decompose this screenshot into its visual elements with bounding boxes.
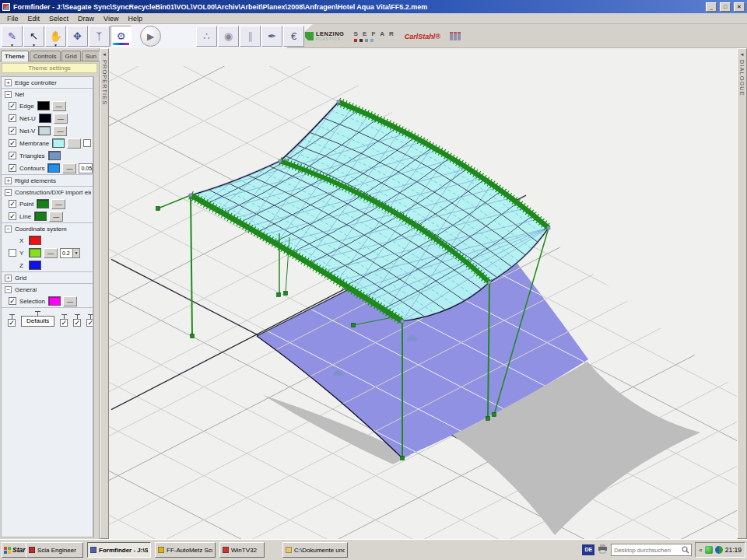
chevron-down-icon[interactable]: ▼: [72, 249, 79, 257]
tab-grid[interactable]: Grid: [61, 51, 81, 61]
defaults-checkbox-4[interactable]: ✓: [86, 319, 93, 327]
pen-annotate-tool[interactable]: ✒: [261, 26, 282, 47]
menu-item-select[interactable]: Select: [44, 14, 73, 23]
start-button[interactable]: Start: [2, 542, 28, 558]
properties-strip-label: PROPERTIES: [101, 60, 108, 105]
dropdown-arrow-icon[interactable]: ▼: [54, 43, 58, 47]
section-toggle-icon[interactable]: −: [5, 226, 12, 233]
close-button[interactable]: ✕: [734, 2, 745, 12]
net-u-style-button[interactable]: —: [54, 114, 68, 124]
task-button-4[interactable]: WinTV32: [219, 542, 265, 558]
defaults-checkbox-1[interactable]: ✓: [8, 319, 16, 327]
selection-color-swatch[interactable]: [48, 296, 61, 306]
y-color-swatch[interactable]: [29, 248, 41, 257]
defaults-checkbox-2[interactable]: ✓: [60, 319, 68, 327]
triangles-checkbox[interactable]: ✓: [9, 152, 16, 159]
net-u-checkbox[interactable]: ✓: [9, 114, 16, 122]
menu-item-file[interactable]: File: [2, 14, 23, 23]
section-header: −Construction/DXF import elements: [2, 187, 93, 198]
run-formfinding-button[interactable]: ▶: [140, 26, 161, 47]
transform-points-tool[interactable]: ✥: [67, 26, 88, 47]
contours-checkbox[interactable]: ✓: [9, 164, 16, 172]
printer-icon[interactable]: [598, 543, 608, 557]
panel-scrollbar[interactable]: [93, 76, 98, 537]
section-general: −General✓Selection—: [2, 284, 93, 308]
title-bar[interactable]: Formfinder - J:\Seagate Sync\SyncRecycle…: [0, 0, 747, 13]
z-color-swatch[interactable]: [29, 261, 41, 270]
contours-style-button[interactable]: —: [62, 163, 76, 173]
section-toggle-icon[interactable]: +: [5, 79, 12, 86]
point-color-swatch[interactable]: [37, 199, 49, 208]
line-style-button[interactable]: —: [49, 212, 63, 222]
section-toggle-icon[interactable]: +: [5, 177, 12, 184]
row-controls: On: [52, 138, 93, 149]
section-toggle-icon[interactable]: −: [5, 189, 12, 196]
edge-checkbox[interactable]: ✓: [9, 102, 16, 110]
dropdown-arrow-icon[interactable]: ▼: [32, 43, 36, 47]
minimize-button[interactable]: _: [706, 2, 717, 12]
section-toggle-icon[interactable]: −: [5, 91, 12, 98]
tray-icon-globe[interactable]: [715, 546, 723, 554]
menu-item-edit[interactable]: Edit: [23, 14, 45, 23]
collapse-left-icon[interactable]: ◄: [102, 52, 107, 57]
net-u-color-swatch[interactable]: [39, 114, 51, 123]
3d-viewport[interactable]: [109, 48, 737, 539]
line-checkbox[interactable]: ✓: [9, 212, 16, 220]
defaults-button[interactable]: Defaults: [21, 316, 54, 327]
line-color-swatch[interactable]: [34, 212, 47, 221]
dropdown-arrow-icon[interactable]: ▼: [10, 43, 14, 47]
x-color-swatch[interactable]: [29, 236, 41, 245]
net-v-color-swatch[interactable]: [38, 126, 51, 135]
draw-pencil-tool[interactable]: ✎▼: [2, 26, 23, 47]
net-v-checkbox[interactable]: ✓: [9, 127, 16, 135]
columns-tool[interactable]: ∥: [240, 26, 261, 47]
task-button-5[interactable]: C:\Dokumente und Einst...: [282, 542, 348, 558]
menu-item-help[interactable]: Help: [123, 14, 147, 23]
menu-item-view[interactable]: View: [99, 14, 123, 23]
tab-sun[interactable]: Sun: [82, 51, 100, 61]
collapse-right-icon[interactable]: ◄: [740, 52, 745, 57]
selection-style-button[interactable]: —: [63, 296, 77, 306]
tray-icon-green[interactable]: [705, 546, 713, 554]
section-toggle-icon[interactable]: −: [5, 286, 12, 293]
task-button-3[interactable]: FF-AutoMetz Screenshot...: [155, 542, 216, 558]
menu-item-draw[interactable]: Draw: [73, 14, 99, 23]
select-cursor-tool[interactable]: ↖▼: [23, 26, 44, 47]
task-label: FF-AutoMetz Screenshot...: [167, 547, 212, 554]
tab-theme[interactable]: Theme: [1, 51, 29, 61]
contours-color-swatch[interactable]: [47, 163, 60, 173]
tab-controls[interactable]: Controls: [30, 51, 61, 61]
membrane-checkbox[interactable]: ✓: [9, 139, 16, 147]
taskbar-search-input[interactable]: [612, 547, 680, 554]
membrane-color-swatch[interactable]: [52, 138, 65, 148]
membrane-style-button[interactable]: [67, 138, 81, 149]
point-checkbox[interactable]: ✓: [9, 200, 16, 208]
edge-color-swatch[interactable]: [37, 101, 50, 110]
selection-checkbox[interactable]: ✓: [9, 297, 16, 305]
cost-euro-tool[interactable]: €: [283, 26, 304, 47]
edge-style-button[interactable]: —: [52, 101, 66, 111]
theme-settings-tool[interactable]: ⚙: [110, 26, 132, 47]
search-icon[interactable]: [680, 544, 691, 555]
snapshot-camera-tool[interactable]: ◉: [218, 26, 239, 47]
language-indicator[interactable]: DE: [582, 544, 594, 555]
contours-value-dropdown[interactable]: 0.05▼: [79, 163, 93, 173]
membrane-on-checkbox[interactable]: [83, 139, 91, 147]
net-v-style-button[interactable]: —: [53, 126, 67, 136]
y-style-button[interactable]: —: [44, 248, 58, 258]
triangles-color-swatch[interactable]: [48, 151, 61, 160]
dialogue-splitter[interactable]: ◄ DIALOGUE: [737, 48, 747, 539]
y-value-dropdown[interactable]: 0.2▼: [60, 248, 80, 258]
tray-expand-icon[interactable]: «: [699, 547, 702, 554]
points-cloud-tool[interactable]: ∴: [196, 26, 217, 47]
task-button-1[interactable]: Scia Engineer: [26, 542, 83, 558]
restore-button[interactable]: □: [720, 2, 731, 12]
point-style-button[interactable]: —: [51, 199, 65, 209]
section-toggle-icon[interactable]: +: [5, 275, 12, 282]
y-checkbox[interactable]: [9, 249, 16, 257]
defaults-checkbox-3[interactable]: ✓: [73, 319, 81, 327]
task-button-2[interactable]: Formfinder - J:\Seaga...: [87, 542, 151, 558]
properties-splitter[interactable]: ◄ PROPERTIES: [100, 48, 109, 539]
grab-hand-tool[interactable]: ✋▼: [45, 26, 66, 47]
vitruvian-figure-tool[interactable]: ᛉ: [89, 26, 110, 47]
